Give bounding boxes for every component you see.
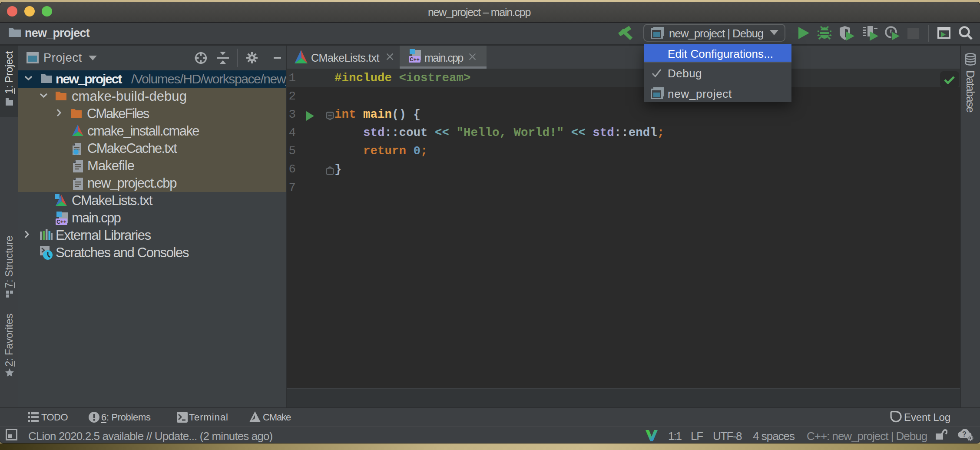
svg-text:?: ?	[962, 430, 967, 438]
svg-text:C++: C++	[56, 219, 66, 225]
svg-text:C++: C++	[410, 56, 420, 63]
